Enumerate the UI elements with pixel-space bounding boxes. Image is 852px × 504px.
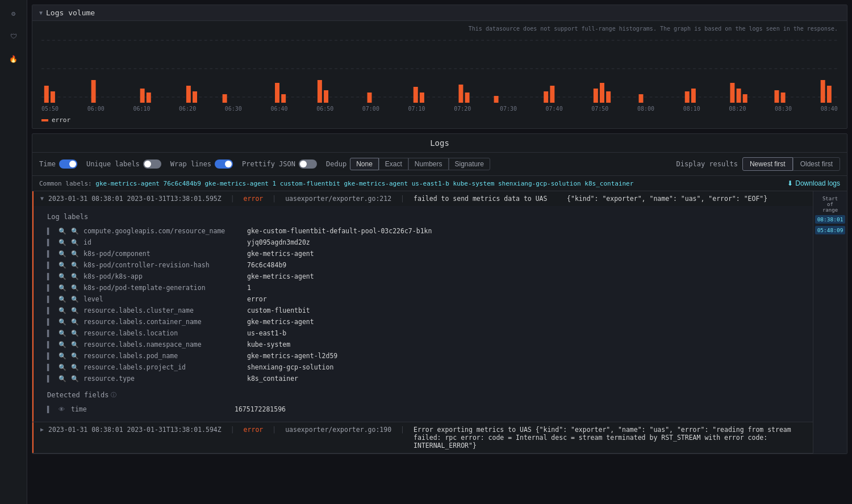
shield-sidebar-icon[interactable]: 🛡	[5, 27, 23, 45]
zoom-in-icon[interactable]: 🔍	[59, 318, 66, 326]
log-entry-header-0[interactable]: ▼ 2023-01-31 08:38:01 2023-01-31T13:38:0…	[32, 191, 813, 206]
wrap-lines-toggle[interactable]	[215, 159, 233, 169]
dedup-numbers-button[interactable]: Numbers	[408, 158, 449, 170]
svg-rect-25	[606, 91, 611, 103]
zoom-out-icon[interactable]: 🔍	[71, 352, 79, 360]
svg-rect-20	[494, 96, 499, 103]
zoom-out-icon[interactable]: 🔍	[71, 273, 79, 280]
svg-rect-17	[420, 93, 424, 103]
bar-chart-icon: ▌	[47, 228, 54, 235]
sort-oldest-button[interactable]: Oldest first	[793, 157, 840, 171]
dedup-exact-button[interactable]: Exact	[379, 158, 408, 170]
zoom-out-icon[interactable]: 🔍	[71, 364, 79, 371]
svg-rect-5	[91, 80, 96, 103]
logs-volume-header: ▼ Logs volume	[32, 5, 847, 21]
field-name: resource.labels.namespace_name	[83, 341, 243, 348]
dedup-label: Dedup	[326, 160, 346, 168]
bar-chart-icon: ▌	[47, 375, 54, 383]
dedup-signature-button[interactable]: Signature	[449, 158, 490, 170]
field-name: k8s-pod/k8s-app	[83, 272, 243, 280]
log-source-1: uasexporter/exporter.go:190	[285, 426, 391, 434]
zoom-out-icon[interactable]: 🔍	[71, 341, 79, 348]
download-logs-button[interactable]: ⬇ Download logs	[787, 179, 840, 187]
log-field-row: ▌ 🔍 🔍 k8s-pod/controller-revision-hash 7…	[47, 259, 799, 271]
field-value: 1675172281596	[235, 405, 286, 413]
expand-icon-1[interactable]: ▶	[40, 426, 44, 432]
svg-rect-26	[639, 94, 644, 103]
field-value: 1	[247, 284, 251, 292]
log-entry-header-1[interactable]: ▶ 2023-01-31 08:38:01 2023-01-31T13:38:0…	[32, 422, 813, 453]
unique-labels-label: Unique labels	[86, 160, 140, 168]
zoom-in-icon[interactable]: 🔍	[59, 296, 66, 303]
unique-labels-toggle[interactable]	[143, 159, 161, 169]
svg-rect-4	[51, 91, 55, 103]
common-labels-label: Common labels:	[39, 180, 92, 187]
zoom-out-icon[interactable]: 🔍	[71, 284, 79, 292]
log-field-row: ▌ 🔍 🔍 compute.googleapis.com/resource_na…	[47, 225, 799, 237]
logs-list: ▼ 2023-01-31 08:38:01 2023-01-31T13:38:0…	[32, 191, 813, 453]
time-label: Time	[39, 160, 56, 168]
time-toggle[interactable]	[59, 159, 77, 169]
zoom-in-icon[interactable]: 🔍	[59, 239, 66, 246]
zoom-out-icon[interactable]: 🔍	[71, 375, 79, 383]
field-value: gke-metrics-agent	[247, 250, 314, 258]
zoom-in-icon[interactable]: 🔍	[59, 330, 66, 337]
zoom-in-icon[interactable]: 🔍	[59, 284, 66, 292]
zoom-in-icon[interactable]: 🔍	[59, 273, 66, 280]
field-name: k8s-pod/pod-template-generation	[83, 284, 243, 292]
zoom-in-icon[interactable]: 🔍	[59, 307, 66, 314]
zoom-in-icon[interactable]: 🔍	[59, 250, 66, 258]
chart-legend: error	[41, 114, 838, 126]
wrap-lines-label: Wrap lines	[170, 160, 211, 168]
field-name: compute.googleapis.com/resource_name	[83, 227, 243, 235]
zoom-in-icon[interactable]: 🔍	[59, 228, 66, 235]
collapse-icon[interactable]: ▼	[39, 10, 43, 16]
zoom-out-icon[interactable]: 🔍	[71, 307, 79, 314]
zoom-in-icon[interactable]: 🔍	[59, 375, 66, 383]
zoom-in-icon[interactable]: 🔍	[59, 364, 66, 371]
bar-chart-icon: ▌	[47, 364, 54, 371]
sort-newest-button[interactable]: Newest first	[742, 157, 793, 171]
zoom-in-icon[interactable]: 🔍	[59, 262, 66, 269]
svg-rect-8	[186, 86, 191, 103]
field-name: resource.labels.project_id	[83, 363, 243, 371]
zoom-out-icon[interactable]: 🔍	[71, 330, 79, 337]
zoom-out-icon[interactable]: 🔍	[71, 296, 79, 303]
dedup-buttons: None Exact Numbers Signature	[350, 158, 490, 170]
log-field-row: ▌ 🔍 🔍 id yjq095agdn3md20z	[47, 237, 799, 248]
field-value: k8s_container	[247, 375, 298, 383]
minimap-badge-1: 08:38:01	[815, 215, 846, 224]
common-labels-content: Common labels: gke-metrics-agent 76c6c48…	[39, 180, 633, 187]
zoom-out-icon[interactable]: 🔍	[71, 250, 79, 258]
eye-icon[interactable]: 👁	[59, 406, 66, 413]
log-level-1: error	[244, 426, 264, 434]
zoom-in-icon[interactable]: 🔍	[59, 352, 66, 360]
svg-rect-19	[465, 93, 470, 103]
bar-chart-icon: ▌	[47, 284, 54, 292]
flame-sidebar-icon[interactable]: 🔥	[5, 50, 23, 68]
zoom-out-icon[interactable]: 🔍	[71, 228, 79, 235]
zoom-out-icon[interactable]: 🔍	[71, 239, 79, 246]
field-value: yjq095agdn3md20z	[247, 238, 310, 246]
svg-rect-21	[544, 91, 548, 103]
log-source-0: uasexporter/exporter.go:212	[285, 195, 391, 203]
log-detected-field-row: ▌ 👁 time 1675172281596	[47, 404, 799, 415]
log-message-1: Error exporting metrics to UAS {"kind": …	[414, 426, 806, 450]
log-field-row: ▌ 🔍 🔍 k8s-pod/pod-template-generation 1	[47, 282, 799, 293]
common-labels-values: gke-metrics-agent 76c6c484b9 gke-metrics…	[95, 180, 633, 187]
zoom-in-icon[interactable]: 🔍	[59, 341, 66, 348]
prettify-json-toggle[interactable]	[299, 159, 317, 169]
zoom-out-icon[interactable]: 🔍	[71, 318, 79, 326]
expand-icon-0[interactable]: ▼	[40, 195, 44, 201]
zoom-out-icon[interactable]: 🔍	[71, 262, 79, 269]
field-name: resource.labels.cluster_name	[83, 306, 243, 314]
logs-title: Logs	[430, 138, 449, 148]
dedup-none-button[interactable]: None	[350, 158, 379, 170]
log-labels-title: Log labels	[47, 213, 799, 221]
bar-chart-icon: ▌	[47, 406, 54, 413]
field-value: kube-system	[247, 341, 290, 348]
log-timestamp-0: 2023-01-31 08:38:01 2023-01-31T13:38:01.…	[48, 195, 222, 203]
gear-sidebar-icon[interactable]: ⚙	[5, 5, 23, 23]
svg-rect-11	[275, 83, 279, 103]
minimap-start-label: Startofrange	[822, 196, 838, 213]
